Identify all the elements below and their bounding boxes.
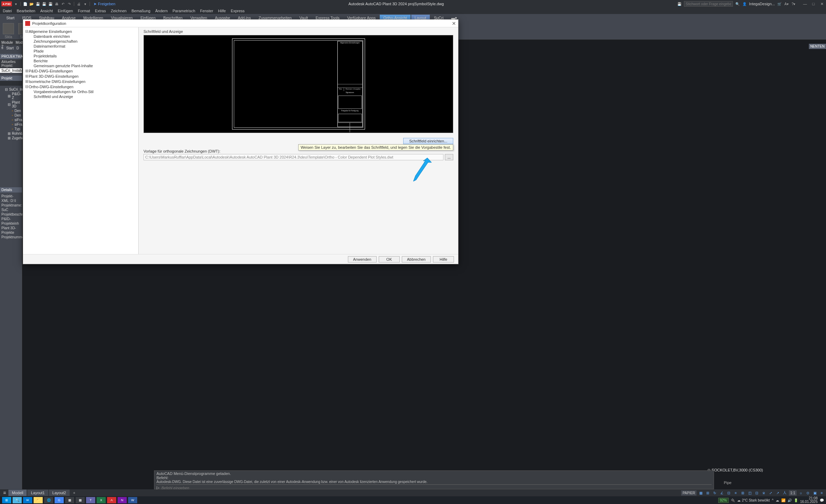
status-icon[interactable]: ∠ <box>719 490 724 496</box>
status-icon[interactable]: ⊡ <box>726 490 732 496</box>
module-tab-1[interactable]: Module 2 <box>0 40 14 46</box>
menu-bemassung[interactable]: Bemaßung <box>132 9 150 13</box>
ribbon-tab-start[interactable]: Start <box>3 15 18 21</box>
saveall-icon[interactable]: 💾 <box>42 1 47 6</box>
taskbar-item[interactable]: G <box>55 497 64 503</box>
maximize-button[interactable]: □ <box>811 2 816 6</box>
plot-icon[interactable]: 🖶 <box>54 1 59 6</box>
dtree-item[interactable]: Gemeinsam genutzte Plant-Inhalte <box>24 63 137 68</box>
dtree-item[interactable]: Datenbank einrichten <box>24 34 137 39</box>
minimize-button[interactable]: — <box>802 2 808 6</box>
user-icon[interactable]: 👤 <box>742 1 747 6</box>
menu-zeichnen[interactable]: Zeichnen <box>111 9 126 13</box>
dialog-close-button[interactable]: ✕ <box>452 21 456 26</box>
more-icon[interactable]: ▾ <box>83 1 88 6</box>
browse-button[interactable]: ... <box>445 154 453 160</box>
tree-item[interactable]: ⊟SuCri_Ins <box>1 87 21 92</box>
status-paper[interactable]: PAPIER <box>681 490 696 496</box>
status-icon[interactable]: ▦ <box>698 490 704 496</box>
dtree-item[interactable]: Projektdetails <box>24 54 137 58</box>
taskbar-chrome[interactable]: 🌐 <box>44 497 53 503</box>
status-icon[interactable]: ◫ <box>747 490 752 496</box>
app-icon[interactable]: A P3D <box>1 1 12 6</box>
aa-icon[interactable]: A▾ <box>784 1 789 6</box>
tree-item[interactable]: ⊞Rohrkla <box>1 131 21 136</box>
dtree-item[interactable]: ⊟Ortho-DWG-Einstellungen <box>24 84 137 89</box>
status-icon[interactable]: ↻ <box>712 490 718 496</box>
cancel-button[interactable]: Abbrechen <box>402 256 431 262</box>
share-button[interactable]: ➤Freigeben <box>93 2 115 6</box>
status-icon[interactable]: ⊡ <box>754 490 760 496</box>
clock[interactable]: 21:08 16.01.2025 <box>800 497 818 504</box>
status-icon[interactable]: ⊞ <box>705 490 710 496</box>
open-icon[interactable]: 📂 <box>29 1 34 6</box>
help-icon[interactable]: ?▾ <box>791 1 796 6</box>
apply-button[interactable]: Anwenden <box>348 256 377 262</box>
taskbar-teams[interactable]: T <box>86 497 95 503</box>
help-button[interactable]: Hilfe <box>433 256 454 262</box>
close-button[interactable]: ✕ <box>819 2 825 6</box>
dtree-item[interactable]: ⊞Isometrische DWG-Einstellungen <box>24 79 137 84</box>
save-cloud-icon[interactable]: 💾 <box>677 1 682 6</box>
menu-extras[interactable]: Extras <box>95 9 106 13</box>
search-input[interactable] <box>684 1 733 7</box>
model-tab[interactable]: Modell <box>8 490 27 496</box>
taskbar-item[interactable]: ✉ <box>23 497 32 503</box>
dtree-item[interactable]: ⊞Plant 3D-DWG-Einstellungen <box>24 74 137 79</box>
taskbar-autocad[interactable]: A <box>107 497 116 503</box>
dtree-item[interactable]: Dateinamenformat <box>24 44 137 49</box>
dropdown-icon[interactable]: ▾ <box>13 1 18 6</box>
battery-status[interactable]: 92% <box>718 498 729 503</box>
tree-item[interactable]: ▫Typ <box>1 127 21 131</box>
command-window[interactable]: AutoCAD Menü-Dienstprogramme geladen. Be… <box>154 470 714 489</box>
redo-icon[interactable]: ↷ <box>67 1 72 6</box>
new-icon[interactable]: 📄 <box>23 1 28 6</box>
taskbar-item[interactable]: ▦ <box>65 497 74 503</box>
menu-parametrisch[interactable]: Parametrisch <box>173 9 195 13</box>
template-path-input[interactable] <box>144 154 443 160</box>
status-scale[interactable]: 1:1 <box>789 490 797 496</box>
add-layout-button[interactable]: + <box>70 490 78 496</box>
dtree-item[interactable]: Vorgabeeinstellungen für Ortho-Stil <box>24 89 137 94</box>
print-icon[interactable]: 🖨 <box>76 1 81 6</box>
qnew-icon[interactable]: 💾 <box>48 1 53 6</box>
tree-item[interactable]: ⊞Zugehö <box>1 136 21 140</box>
dialog-titlebar[interactable]: Projektkonfiguration ✕ <box>23 20 458 27</box>
dtree-item-selected[interactable]: Schriftfeld und Anzeige <box>24 94 137 99</box>
model-menu-icon[interactable]: ≡ <box>1 490 8 496</box>
dtree-item[interactable]: ⊞P&ID-DWG-Einstellungen <box>24 68 137 74</box>
user-name[interactable]: IntegaDesign... <box>749 2 775 6</box>
d-tab[interactable]: D <box>15 46 20 51</box>
ok-button[interactable]: OK <box>379 256 400 262</box>
status-icon[interactable]: ≡ <box>733 490 738 496</box>
status-icon[interactable]: ▣ <box>812 490 818 496</box>
tree-item[interactable]: ▫siFra <box>1 122 21 127</box>
tree-item[interactable]: ▫Den <box>1 113 21 118</box>
dtree-root[interactable]: ⊟Allgemeine Einstellungen <box>24 29 137 34</box>
taskbar-item[interactable]: X <box>97 497 106 503</box>
save-icon[interactable]: 💾 <box>35 1 40 6</box>
dtree-item[interactable]: Berichte <box>24 58 137 63</box>
start-button[interactable]: ⊞ <box>2 497 11 503</box>
status-icon[interactable]: ⊙ <box>805 490 811 496</box>
layout1-tab[interactable]: Layout1 <box>27 490 48 496</box>
hamburger-icon[interactable]: ≡ <box>0 46 5 51</box>
menu-hilfe[interactable]: Hilfe <box>218 9 226 13</box>
tree-item[interactable]: ▫siFra <box>1 118 21 122</box>
pm-current-project[interactable]: SuCri_Installatio <box>0 68 22 73</box>
status-icon[interactable]: ※ <box>761 490 766 496</box>
status-icon[interactable]: ☼ <box>798 490 804 496</box>
taskbar-search[interactable]: 🔍 <box>13 497 22 503</box>
taskbar-item[interactable]: ▦ <box>76 497 85 503</box>
notifications-icon[interactable]: 💬 <box>820 498 824 502</box>
status-icon[interactable]: 人 <box>782 490 788 496</box>
undo-icon[interactable]: ↶ <box>61 1 65 6</box>
tree-item[interactable]: ⊞P&ID-Z <box>1 92 21 100</box>
tree-item[interactable]: ▫Den <box>1 108 21 113</box>
menu-ansicht[interactable]: Ansicht <box>40 9 53 13</box>
taskbar-explorer[interactable]: 📁 <box>34 497 43 503</box>
menu-bearbeiten[interactable]: Bearbeiten <box>17 9 35 13</box>
sound-icon[interactable]: 🔊 <box>788 498 792 502</box>
status-icon[interactable]: ↗ <box>775 490 780 496</box>
ribbon-button-1[interactable] <box>3 23 14 34</box>
